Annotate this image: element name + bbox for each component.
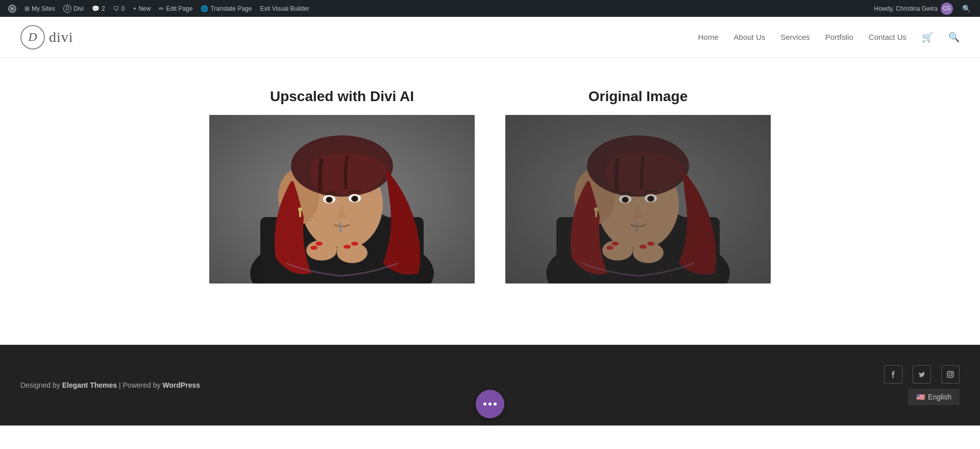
social-links: [884, 365, 960, 384]
footer-right: 🇺🇸 English: [884, 365, 960, 405]
language-label: English: [928, 393, 951, 401]
my-sites-label: My Sites: [32, 5, 55, 12]
translate-page-item[interactable]: 🌐 Translate Page: [197, 0, 256, 17]
powered-by-text: | Powered by: [117, 381, 162, 389]
logo-letter: D: [28, 30, 37, 44]
new-item[interactable]: + New: [129, 0, 155, 17]
edit-page-label: Edit Page: [166, 5, 192, 12]
new-plus-icon: +: [133, 5, 136, 12]
svg-point-17: [298, 207, 302, 211]
exit-visual-builder-label: Exit Visual Builder: [260, 5, 309, 12]
svg-rect-18: [299, 211, 301, 217]
divi-icon: D: [63, 5, 71, 13]
search-icon[interactable]: 🔍: [948, 32, 960, 43]
nav-link-contact[interactable]: Contact Us: [869, 33, 906, 41]
howdy-text: Howdy, Christina Gwira: [874, 5, 938, 12]
svg-point-15: [353, 197, 357, 201]
edit-page-item[interactable]: ✏ Edit Page: [155, 0, 197, 17]
facebook-icon[interactable]: [884, 365, 902, 384]
logo-name: divi: [49, 29, 74, 45]
svg-rect-39: [635, 222, 638, 232]
comments-count: 2: [102, 5, 105, 12]
translate-icon: 🌐: [201, 5, 208, 12]
svg-point-44: [606, 246, 614, 250]
my-sites-icon: ⊞: [24, 5, 30, 12]
upscaled-image: [209, 115, 475, 283]
svg-point-21: [310, 246, 317, 250]
admin-bar: W ⊞ My Sites D Divi 💬 2 🗨 0 + New ✏ Edit…: [0, 0, 980, 17]
svg-point-49: [949, 373, 952, 376]
nav-link-home[interactable]: Home: [698, 33, 719, 41]
svg-rect-16: [339, 222, 341, 232]
nav-link-services[interactable]: Services: [780, 33, 810, 41]
cart-icon[interactable]: 🛒: [922, 32, 933, 43]
svg-point-45: [611, 242, 619, 246]
original-section: Original Image: [505, 88, 771, 283]
language-selector[interactable]: 🇺🇸 English: [908, 389, 960, 405]
wp-logo-item[interactable]: W: [4, 0, 20, 17]
my-sites-item[interactable]: ⊞ My Sites: [20, 0, 59, 17]
avatar[interactable]: CG: [941, 3, 953, 15]
comments-item[interactable]: 💬 2: [88, 0, 109, 17]
wordpress-icon: W: [8, 5, 16, 13]
dot-3: [494, 403, 497, 406]
main-content: Upscaled with Divi AI: [0, 58, 980, 314]
site-nav: Home About Us Services Portfolio Contact…: [698, 32, 960, 43]
site-header: D divi Home About Us Services Portfolio …: [0, 17, 980, 58]
howdy-section: Howdy, Christina Gwira CG: [870, 3, 957, 15]
original-title: Original Image: [589, 88, 688, 105]
svg-point-50: [952, 372, 953, 373]
edit-icon: ✏: [159, 5, 164, 12]
wordpress-link[interactable]: WordPress: [162, 381, 200, 389]
svg-point-24: [351, 242, 358, 246]
flag-icon: 🇺🇸: [916, 393, 925, 401]
svg-point-46: [640, 245, 647, 249]
svg-point-12: [327, 198, 331, 202]
svg-text:W: W: [10, 7, 14, 11]
svg-point-47: [647, 242, 654, 246]
original-photo: [505, 115, 771, 283]
dot-2: [488, 403, 492, 406]
images-comparison: Upscaled with Divi AI: [20, 88, 960, 283]
new-label: New: [138, 5, 151, 12]
twitter-icon[interactable]: [913, 365, 931, 384]
exit-visual-builder-item[interactable]: Exit Visual Builder: [256, 0, 313, 17]
dots-icon: [483, 403, 497, 406]
footer-credits: Designed by Elegant Themes | Powered by …: [20, 381, 200, 389]
comments-icon: 💬: [92, 5, 100, 12]
upscaled-title: Upscaled with Divi AI: [270, 88, 414, 105]
upscaled-section: Upscaled with Divi AI: [209, 88, 475, 283]
divi-item[interactable]: D Divi: [59, 0, 88, 17]
svg-point-23: [344, 245, 351, 249]
upscaled-photo: [209, 115, 475, 283]
admin-search-icon[interactable]: 🔍: [957, 5, 976, 13]
comment-bubble-item[interactable]: 🗨 0: [109, 0, 129, 17]
original-image: [505, 115, 771, 283]
svg-point-22: [315, 242, 323, 246]
translate-page-label: Translate Page: [210, 5, 252, 12]
nav-link-portfolio[interactable]: Portfolio: [825, 33, 853, 41]
svg-point-35: [623, 198, 627, 202]
logo-circle: D: [20, 25, 45, 50]
divi-label: Divi: [74, 5, 84, 12]
instagram-icon[interactable]: [941, 365, 960, 384]
svg-point-38: [649, 197, 653, 201]
elegant-themes-link[interactable]: Elegant Themes: [62, 381, 117, 389]
comment-bubble-icon: 🗨: [113, 5, 119, 12]
nav-link-about[interactable]: About Us: [734, 33, 766, 41]
svg-point-43: [633, 243, 664, 263]
comment-bubble-count: 0: [121, 5, 125, 12]
site-logo[interactable]: D divi: [20, 25, 74, 50]
svg-point-20: [337, 243, 368, 263]
floating-action-button[interactable]: [476, 390, 504, 418]
dot-1: [483, 403, 486, 406]
svg-rect-41: [595, 211, 597, 217]
svg-point-40: [594, 207, 598, 211]
designed-by-text: Designed by: [20, 381, 62, 389]
